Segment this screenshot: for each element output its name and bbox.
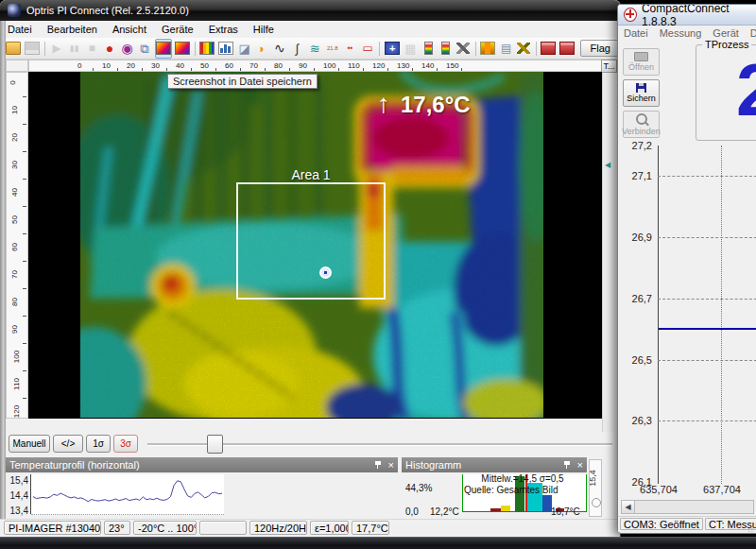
pin-icon[interactable]: [563, 460, 572, 470]
hruler-label: 30: [151, 61, 160, 70]
close-icon[interactable]: ×: [577, 460, 583, 471]
close-icon[interactable]: ×: [388, 460, 394, 471]
histogram-panel-header[interactable]: Histogramm ×: [402, 457, 587, 472]
palette-icon[interactable]: [198, 39, 215, 59]
profile-ytick: 15,4: [6, 475, 28, 486]
diagram-icon[interactable]: ≋: [307, 39, 323, 59]
histogram-ymin-label: 0,0: [405, 506, 419, 517]
snapshot-icon[interactable]: ◉: [119, 39, 135, 59]
pane-icon[interactable]: ▦: [403, 39, 419, 59]
play-icon[interactable]: ▶: [49, 39, 65, 59]
vruler-tick: [23, 288, 26, 289]
open-file-icon[interactable]: [5, 39, 22, 59]
vruler-label: 20: [10, 133, 19, 142]
side-strip: [602, 60, 615, 432]
floppy-icon: [636, 83, 646, 93]
vruler-label: 0: [9, 80, 17, 84]
fullscreen-icon[interactable]: +: [384, 39, 401, 59]
screen: Optris PI Connect (Rel. 2.5.2120.0) Date…: [0, 0, 756, 549]
cc-connect-button[interactable]: Verbinden: [623, 111, 660, 138]
cc-title-bar[interactable]: CompactConnect 1.8.8.3: [618, 5, 756, 26]
copy-icon[interactable]: ⧉: [137, 39, 153, 59]
scroll-left-icon[interactable]: ◀: [622, 501, 635, 513]
cc-save-button[interactable]: Sichern: [623, 79, 660, 107]
sigma3-button[interactable]: 3σ: [113, 435, 138, 453]
vruler-label: 10: [10, 106, 19, 114]
add-view-icon[interactable]: [174, 39, 191, 59]
cc-app-icon: [624, 8, 637, 22]
save-icon[interactable]: [24, 39, 41, 59]
tools-icon[interactable]: [455, 39, 472, 59]
view-thermal-icon[interactable]: [155, 39, 172, 59]
cc-process-value: 2: [736, 53, 756, 127]
record-icon[interactable]: ●: [102, 39, 118, 59]
device-grid-icon[interactable]: ▤: [498, 39, 514, 59]
cc-open-button[interactable]: Öffnen: [623, 48, 660, 76]
title-bar[interactable]: Optris PI Connect (Rel. 2.5.2120.0): [0, 0, 620, 21]
cc-ytick: 26,5: [618, 354, 652, 366]
temp-scale-icon[interactable]: [479, 39, 496, 59]
record-file2-icon[interactable]: [558, 39, 576, 59]
profile-panel-header[interactable]: Temperaturprofil (horizontal) ×: [6, 457, 398, 472]
menu-geraete[interactable]: Geräte: [154, 22, 201, 37]
measure-marks-icon[interactable]: ▪▪: [342, 39, 358, 59]
cc-open-label: Öffnen: [628, 62, 654, 72]
measure-spot-marker[interactable]: [319, 266, 332, 279]
color-alarm-icon[interactable]: ◗: [254, 39, 270, 59]
cc-chart-scrollbar[interactable]: ◀: [621, 500, 754, 514]
folder-icon: [634, 52, 648, 61]
record-file-icon[interactable]: [540, 39, 557, 59]
minmax-scale-button[interactable]: </>: [53, 435, 83, 453]
menu-bar: Datei Bearbeiten Ansicht Geräte Extras H…: [0, 21, 620, 39]
vruler-label: 70: [10, 270, 19, 279]
profile-chart-icon[interactable]: ∿: [272, 39, 288, 59]
colorbar-min-icon[interactable]: [421, 39, 437, 59]
video-settings-icon[interactable]: ◪: [236, 39, 252, 59]
digits-display-icon[interactable]: 21.8: [325, 39, 341, 59]
window-title: Optris PI Connect (Rel. 2.5.2120.0): [26, 5, 189, 16]
cc-chart-y-axis: [658, 146, 659, 484]
flag-button[interactable]: Flag: [580, 40, 619, 57]
pin-icon[interactable]: [374, 460, 383, 470]
vruler-label: 50: [10, 215, 19, 224]
vruler-label: 100: [12, 351, 21, 363]
spot-temperature-readout: 17,6°C: [401, 92, 471, 118]
vruler-tick: [23, 179, 26, 180]
temp-time-icon[interactable]: ∫: [289, 39, 305, 59]
horizontal-ruler: 0102030405060708090100110120130140150: [28, 60, 602, 72]
hruler-label: 40: [176, 61, 184, 70]
cc-chart-data-line: [659, 328, 756, 330]
optris-window: Optris PI Connect (Rel. 2.5.2120.0) Date…: [0, 0, 621, 537]
colorbar-max-icon[interactable]: [438, 39, 454, 59]
resize-grip[interactable]: ∷: [748, 526, 754, 534]
toolbar: ▶▮▮■●◉⧉◪◗∿∫≋21.8▪▪▭+▦▤Flag: [0, 38, 620, 60]
profile-ytick: 14,4: [6, 490, 28, 501]
sigma1-button[interactable]: 1σ: [86, 435, 111, 453]
cc-process-chart: 635,704 637,704 27,227,126,926,726,526,3…: [618, 138, 756, 502]
histogram-bar: [490, 508, 502, 511]
stop-icon[interactable]: ■: [84, 39, 100, 59]
histogram-icon[interactable]: [217, 39, 234, 59]
cc-gridline: [658, 360, 756, 361]
collapse-arrow-icon[interactable]: ◀: [605, 161, 610, 169]
measure-area-rect[interactable]: [236, 182, 386, 300]
menu-datei[interactable]: Datei: [0, 22, 40, 37]
manual-scale-button[interactable]: Manuell: [9, 435, 50, 453]
hruler-label: 150: [446, 61, 458, 70]
ruler-icon[interactable]: ▭: [360, 39, 376, 59]
measure-area-label: Area 1: [236, 167, 386, 182]
adjust-tools-icon[interactable]: [516, 39, 532, 59]
profile-panel-body: 15,4 14,4 13,4: [6, 472, 398, 517]
temperature-side-tab[interactable]: T...: [601, 60, 617, 73]
menu-hilfe[interactable]: Hilfe: [246, 22, 282, 37]
reference-scale-knob: [592, 498, 601, 507]
cc-menu-messung[interactable]: Messung: [654, 26, 708, 41]
pause-icon[interactable]: ▮▮: [66, 39, 82, 59]
hruler-label: 140: [421, 61, 434, 70]
menu-ansicht[interactable]: Ansicht: [105, 22, 154, 37]
cc-menu-datei[interactable]: Datei: [618, 26, 654, 41]
menu-bearbeiten[interactable]: Bearbeiten: [40, 22, 105, 37]
cc-gridline: [658, 299, 756, 300]
scale-slider-handle[interactable]: [207, 435, 223, 454]
menu-extras[interactable]: Extras: [201, 22, 246, 37]
